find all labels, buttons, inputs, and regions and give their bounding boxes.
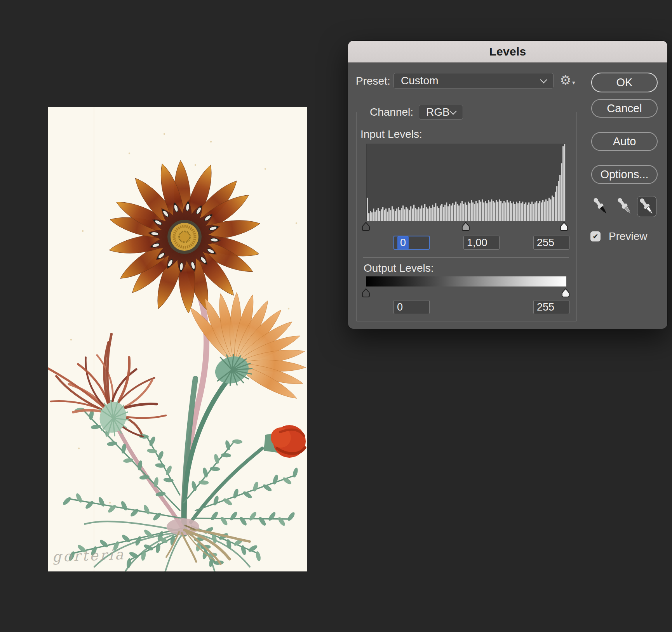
gear-icon: ⚙	[560, 73, 571, 88]
cancel-button[interactable]: Cancel	[591, 99, 658, 118]
input-highlight-slider[interactable]	[559, 222, 569, 231]
eyedropper-black-icon	[593, 196, 608, 216]
preview-control: ✔ Preview	[590, 230, 648, 243]
output-white-value: 255	[537, 301, 554, 313]
eyedropper-white-icon	[639, 197, 655, 216]
input-levels-label: Input Levels:	[360, 128, 422, 141]
dialog-title: Levels	[489, 45, 526, 58]
input-shadow-field[interactable]: 0	[393, 236, 430, 250]
histogram-chart	[367, 144, 566, 221]
eyedropper-gray-icon	[617, 196, 632, 216]
gazania-painting: gorteria	[48, 107, 307, 571]
output-black-field[interactable]: 0	[393, 300, 430, 314]
output-levels-label: Output Levels:	[364, 262, 434, 274]
output-gradient-bar	[366, 276, 566, 286]
ok-button[interactable]: OK	[591, 73, 658, 92]
photoshop-canvas: gorteria Levels Preset: Custom ⚙ ▾ OK Ca…	[0, 0, 672, 632]
caret-down-icon: ▾	[572, 79, 575, 86]
input-shadow-value: 0	[397, 236, 409, 249]
chevron-down-icon	[540, 76, 547, 83]
preset-label: Preset:	[356, 75, 390, 87]
set-gray-point-eyedropper[interactable]	[615, 196, 634, 216]
separator	[363, 257, 569, 258]
output-white-field[interactable]: 255	[533, 300, 569, 314]
chevron-down-icon	[449, 108, 456, 115]
check-icon: ✔	[592, 232, 598, 241]
preset-options-menu-button[interactable]: ⚙ ▾	[560, 73, 578, 89]
auto-button[interactable]: Auto	[591, 132, 658, 151]
channel-select[interactable]: RGB	[419, 105, 463, 120]
channel-legend: Channel: RGB	[365, 104, 468, 120]
histogram	[366, 144, 566, 221]
eyedropper-tools	[590, 195, 660, 217]
channel-label: Channel:	[370, 106, 413, 118]
preview-checkbox[interactable]: ✔	[590, 231, 601, 241]
set-white-point-eyedropper-selected[interactable]	[637, 196, 656, 217]
levels-dialog: Levels Preset: Custom ⚙ ▾ OK Cancel Auto…	[348, 41, 667, 329]
handwritten-caption: gorteria	[52, 546, 125, 565]
options-button[interactable]: Options...	[591, 165, 658, 184]
output-black-slider[interactable]	[361, 288, 371, 298]
dialog-titlebar[interactable]: Levels	[348, 41, 667, 63]
input-shadow-slider[interactable]	[361, 222, 371, 231]
set-black-point-eyedropper[interactable]	[591, 196, 610, 216]
preset-select[interactable]: Custom	[393, 73, 554, 89]
preview-label: Preview	[609, 230, 648, 243]
input-midtone-value: 1,00	[467, 237, 487, 249]
channel-value: RGB	[419, 106, 451, 118]
input-midtone-slider[interactable]	[461, 222, 471, 231]
botanical-illustration: gorteria	[48, 107, 307, 571]
preset-value: Custom	[394, 75, 541, 87]
input-highlight-field[interactable]: 255	[533, 236, 569, 250]
input-midtone-field[interactable]: 1,00	[463, 236, 500, 250]
output-white-slider[interactable]	[561, 288, 571, 298]
input-highlight-value: 255	[537, 237, 554, 249]
output-black-value: 0	[397, 301, 403, 313]
